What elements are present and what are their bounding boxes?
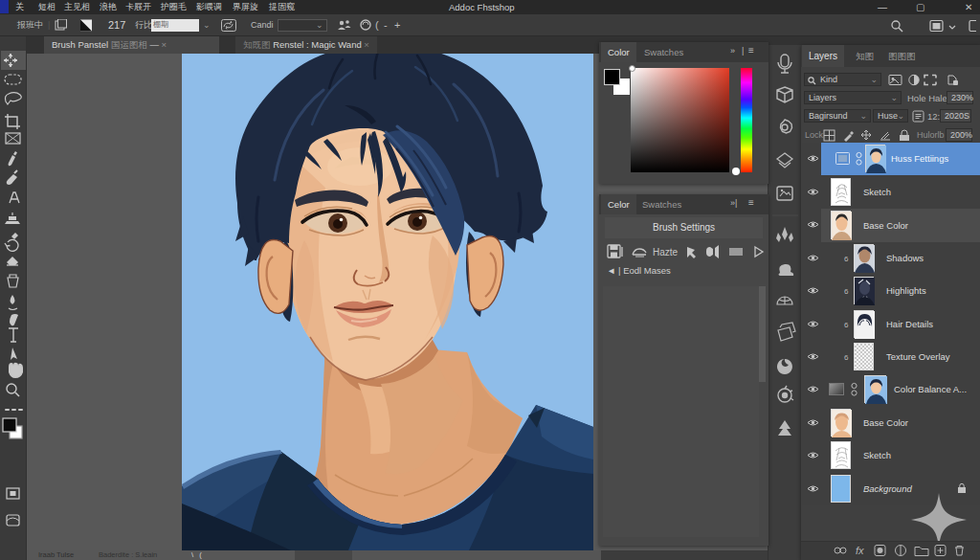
svg-text:fx: fx [856,545,864,556]
svg-text:(: ( [375,19,379,31]
svg-text:Hazte: Hazte [653,247,679,258]
